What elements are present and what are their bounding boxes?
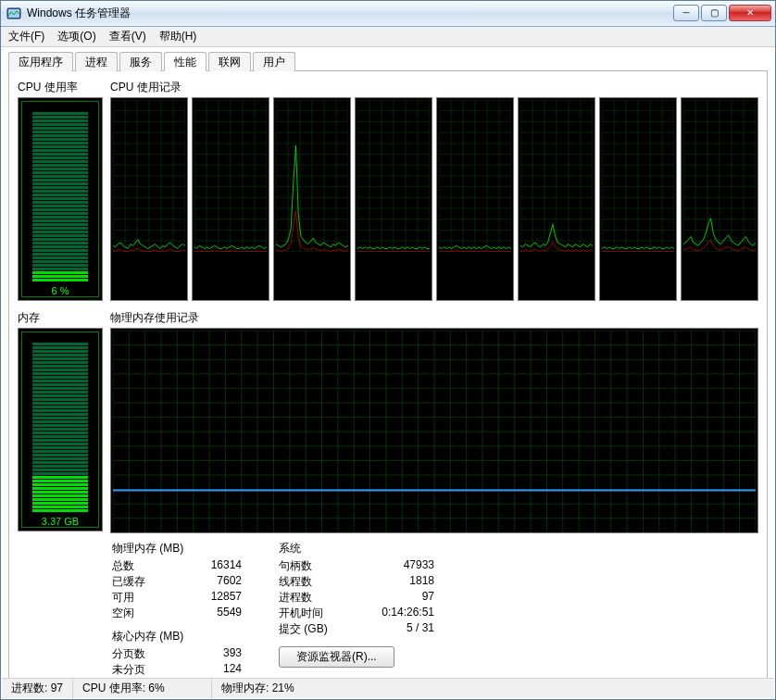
- app-icon: [6, 6, 21, 21]
- kernel-paged: 393: [168, 646, 242, 662]
- titlebar[interactable]: Windows 任务管理器 ─ ▢ ✕: [1, 1, 775, 27]
- tab-users[interactable]: 用户: [253, 52, 295, 71]
- memory-used-text: 3.37 GB: [42, 516, 79, 527]
- status-processes: 进程数: 97: [2, 679, 73, 698]
- minimize-button[interactable]: ─: [673, 5, 699, 21]
- memory-meter: 3.37 GB: [18, 328, 103, 531]
- cpu-core-chart-4: [436, 97, 514, 301]
- mem-history-label: 物理内存使用记录: [110, 310, 758, 326]
- cpu-usage-label: CPU 使用率: [18, 80, 103, 95]
- system-heading: 系统: [279, 541, 434, 556]
- kernelmem-heading: 核心内存 (MB): [112, 629, 242, 644]
- cpu-core-chart-7: [681, 97, 758, 301]
- cpu-core-chart-2: [273, 97, 351, 301]
- menu-file[interactable]: 文件(F): [8, 29, 44, 44]
- close-button[interactable]: ✕: [729, 5, 771, 21]
- sys-uptime: 0:14:26:51: [345, 606, 434, 621]
- physmem-available: 12857: [168, 590, 242, 606]
- cpu-core-chart-3: [355, 97, 432, 301]
- maximize-button[interactable]: ▢: [701, 5, 727, 21]
- tab-bar: 应用程序 进程 服务 性能 联网 用户: [8, 51, 768, 71]
- cpu-history-label: CPU 使用记录: [110, 80, 758, 95]
- cpu-percent-text: 6 %: [52, 285, 69, 296]
- sys-processes: 97: [345, 590, 434, 606]
- sys-threads: 1818: [345, 574, 434, 590]
- status-cpu: CPU 使用率: 6%: [73, 679, 212, 698]
- status-memory: 物理内存: 21%: [212, 679, 774, 698]
- physmem-heading: 物理内存 (MB): [112, 541, 242, 556]
- cpu-core-chart-0: [110, 97, 188, 301]
- cpu-core-chart-1: [192, 97, 269, 301]
- sys-handles: 47933: [345, 558, 434, 574]
- physmem-total: 16314: [168, 558, 242, 574]
- memory-label: 内存: [18, 310, 103, 326]
- close-icon: ✕: [746, 8, 754, 18]
- cpu-core-chart-6: [599, 97, 677, 301]
- kernel-nonpaged: 124: [168, 662, 242, 678]
- maximize-icon: ▢: [710, 8, 719, 18]
- tab-processes[interactable]: 进程: [75, 52, 118, 71]
- menu-options[interactable]: 选项(O): [57, 29, 95, 44]
- menubar: 文件(F) 选项(O) 查看(V) 帮助(H): [1, 27, 775, 47]
- minimize-icon: ─: [682, 8, 689, 18]
- menu-view[interactable]: 查看(V): [109, 29, 146, 44]
- physmem-free: 5549: [168, 606, 242, 621]
- tab-services[interactable]: 服务: [119, 52, 162, 71]
- task-manager-window: Windows 任务管理器 ─ ▢ ✕ 文件(F) 选项(O) 查看(V) 帮助…: [0, 0, 776, 700]
- cpu-core-chart-5: [518, 97, 595, 301]
- cpu-meter: 6 %: [18, 97, 103, 301]
- menu-help[interactable]: 帮助(H): [159, 29, 197, 44]
- performance-pane: CPU 使用率 6 % 内存 3.37 GB: [8, 71, 768, 686]
- stats-area: 物理内存 (MB) 总数16314 已缓存7602 可用12857 空闲5549…: [110, 541, 758, 678]
- resource-monitor-button[interactable]: 资源监视器(R)...: [279, 646, 394, 668]
- statusbar: 进程数: 97 CPU 使用率: 6% 物理内存: 21%: [2, 678, 774, 698]
- window-title: Windows 任务管理器: [27, 6, 131, 21]
- cpu-history-row: [110, 97, 758, 301]
- tab-performance[interactable]: 性能: [164, 52, 207, 71]
- tab-applications[interactable]: 应用程序: [8, 52, 73, 71]
- physmem-cached: 7602: [168, 574, 242, 590]
- tab-networking[interactable]: 联网: [208, 52, 251, 71]
- sys-commit: 5 / 31: [345, 621, 434, 637]
- memory-history-chart: [110, 328, 758, 533]
